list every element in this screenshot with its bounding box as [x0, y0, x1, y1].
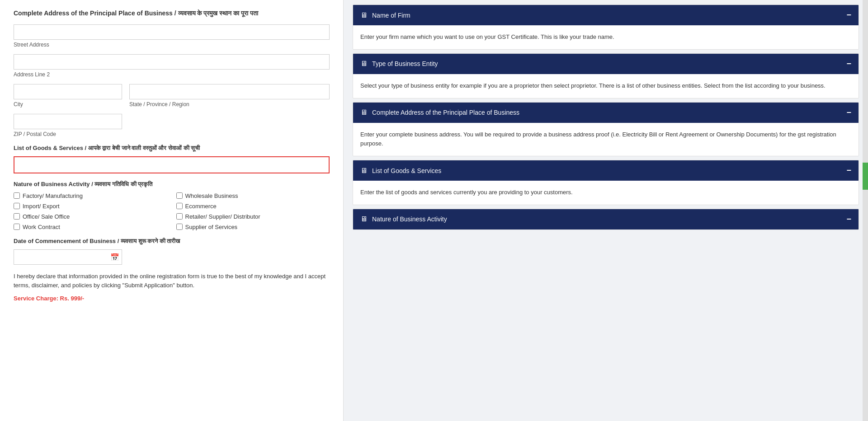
checkbox-supplier-label: Supplier of Services [185, 224, 238, 230]
checkbox-import-label: Import/ Export [23, 203, 60, 210]
checkbox-ecommerce-input[interactable] [176, 203, 183, 209]
accordion-header-list-goods[interactable]: 🖥 List of Goods & Services − [353, 160, 859, 181]
address-line2-label: Address Line 2 [14, 71, 330, 78]
goods-services-group: List of Goods & Services / आपके द्वारा ब… [14, 145, 330, 173]
accordion-title-nature-activity: Nature of Business Activity [372, 215, 447, 223]
state-group: State / Province / Region [129, 84, 330, 108]
accordion-complete-address: 🖥 Complete Address of the Principal Plac… [353, 102, 859, 157]
street-address-group: Street Address [14, 24, 330, 48]
street-address-input[interactable] [14, 24, 330, 40]
monitor-icon-name-of-firm: 🖥 [360, 11, 368, 19]
accordion-header-left-nature-activity: 🖥 Nature of Business Activity [360, 215, 447, 223]
scrollbar-thumb[interactable] [863, 163, 868, 190]
accordion-header-left-list-goods: 🖥 List of Goods & Services [360, 167, 441, 175]
city-state-row: City State / Province / Region [14, 84, 330, 108]
date-input-wrapper: 📅 [14, 249, 122, 265]
accordion-collapse-nature-activity[interactable]: − [846, 215, 851, 224]
state-input[interactable] [129, 84, 330, 99]
accordion-body-type-of-business: Select your type of business entity for … [353, 74, 859, 98]
checkbox-retailer[interactable]: Retailer/ Supplier/ Distributor [176, 213, 330, 220]
date-section-title: Date of Commencement of Business / व्यवस… [14, 238, 330, 245]
city-label: City [14, 101, 122, 108]
accordion-body-text-list-goods: Enter the list of goods and services cur… [360, 189, 573, 196]
accordion-header-left-type-of-business: 🖥 Type of Business Entity [360, 60, 438, 68]
checkbox-ecommerce[interactable]: Ecommerce [176, 203, 330, 210]
nature-business-group: Nature of Business Activity / व्यवसाय गत… [14, 181, 330, 230]
accordion-collapse-type-of-business[interactable]: − [846, 59, 851, 69]
declaration-text: I hereby declare that information provid… [14, 272, 330, 291]
zip-input[interactable] [14, 114, 122, 129]
accordion-name-of-firm: 🖥 Name of Firm − Enter your firm name wh… [353, 5, 859, 50]
monitor-icon-list-goods: 🖥 [360, 167, 368, 175]
checkbox-retailer-input[interactable] [176, 213, 183, 220]
checkbox-grid: Factory/ Manufacturing Wholesale Busines… [14, 192, 330, 230]
scrollbar-track [863, 0, 868, 421]
goods-services-input[interactable] [14, 156, 330, 173]
accordion-title-complete-address: Complete Address of the Principal Place … [372, 109, 519, 116]
accordion-body-text-name-of-firm: Enter your firm name which you want to u… [360, 33, 614, 40]
accordion-header-complete-address[interactable]: 🖥 Complete Address of the Principal Plac… [353, 103, 859, 123]
monitor-icon-type-of-business: 🖥 [360, 60, 368, 68]
monitor-icon-nature-activity: 🖥 [360, 215, 368, 223]
accordion-collapse-list-goods[interactable]: − [846, 166, 851, 175]
accordion-body-text-type-of-business: Select your type of business entity for … [360, 82, 826, 89]
checkbox-factory-input[interactable] [14, 192, 20, 199]
accordion-header-nature-activity[interactable]: 🖥 Nature of Business Activity − [353, 209, 859, 229]
checkbox-work-input[interactable] [14, 224, 20, 230]
zip-label: ZIP / Postal Code [14, 131, 330, 137]
checkbox-wholesale-input[interactable] [176, 192, 183, 199]
checkbox-retailer-label: Retailer/ Supplier/ Distributor [185, 213, 260, 220]
accordion-body-list-goods: Enter the list of goods and services cur… [353, 181, 859, 205]
service-charge-text: Service Charge: Rs. 999/- [14, 295, 330, 302]
accordion-type-of-business: 🖥 Type of Business Entity − Select your … [353, 53, 859, 98]
accordion-header-left-complete-address: 🖥 Complete Address of the Principal Plac… [360, 108, 519, 117]
checkbox-work[interactable]: Work Contract [14, 224, 167, 230]
date-input[interactable] [14, 249, 122, 265]
accordion-title-type-of-business: Type of Business Entity [372, 60, 438, 67]
declaration-group: I hereby declare that information provid… [14, 272, 330, 302]
city-input[interactable] [14, 84, 122, 99]
accordion-list-goods: 🖥 List of Goods & Services − Enter the l… [353, 160, 859, 205]
date-section: Date of Commencement of Business / व्यवस… [14, 238, 330, 265]
accordion-body-text-complete-address: Enter your complete business address. Yo… [360, 131, 836, 147]
checkbox-office[interactable]: Office/ Sale Office [14, 213, 167, 220]
accordion-title-list-goods: List of Goods & Services [372, 167, 441, 174]
right-panel: 🖥 Name of Firm − Enter your firm name wh… [344, 0, 868, 421]
accordion-header-type-of-business[interactable]: 🖥 Type of Business Entity − [353, 54, 859, 74]
checkbox-factory[interactable]: Factory/ Manufacturing [14, 192, 167, 199]
accordion-body-complete-address: Enter your complete business address. Yo… [353, 123, 859, 156]
accordion-title-name-of-firm: Name of Firm [372, 12, 410, 19]
accordion-header-name-of-firm[interactable]: 🖥 Name of Firm − [353, 5, 859, 25]
checkbox-import-input[interactable] [14, 203, 20, 209]
nature-title: Nature of Business Activity / व्यवसाय गत… [14, 181, 330, 188]
checkbox-wholesale-label: Wholesale Business [185, 192, 238, 199]
section-heading-group: Complete Address of the Principal Place … [14, 9, 330, 18]
section-heading: Complete Address of the Principal Place … [14, 9, 330, 18]
address-line2-input[interactable] [14, 54, 330, 70]
accordion-header-left-name-of-firm: 🖥 Name of Firm [360, 11, 410, 19]
checkbox-office-input[interactable] [14, 213, 20, 220]
left-panel: Complete Address of the Principal Place … [0, 0, 344, 421]
checkbox-wholesale[interactable]: Wholesale Business [176, 192, 330, 199]
checkbox-work-label: Work Contract [23, 224, 60, 230]
checkbox-ecommerce-label: Ecommerce [185, 203, 217, 210]
checkbox-import[interactable]: Import/ Export [14, 203, 167, 210]
accordion-nature-activity: 🖥 Nature of Business Activity − [353, 209, 859, 230]
goods-section-title: List of Goods & Services / आपके द्वारा ब… [14, 145, 330, 152]
checkbox-office-label: Office/ Sale Office [23, 213, 70, 220]
zip-group: ZIP / Postal Code [14, 114, 330, 137]
street-address-label: Street Address [14, 42, 330, 48]
calendar-icon[interactable]: 📅 [110, 253, 119, 261]
checkbox-supplier[interactable]: Supplier of Services [176, 224, 330, 230]
checkbox-factory-label: Factory/ Manufacturing [23, 192, 83, 199]
state-label: State / Province / Region [129, 101, 330, 108]
accordion-collapse-complete-address[interactable]: − [846, 108, 851, 117]
accordion-collapse-name-of-firm[interactable]: − [846, 10, 851, 20]
address-line2-group: Address Line 2 [14, 54, 330, 78]
checkbox-supplier-input[interactable] [176, 224, 183, 230]
accordion-body-name-of-firm: Enter your firm name which you want to u… [353, 25, 859, 49]
city-group: City [14, 84, 122, 108]
monitor-icon-complete-address: 🖥 [360, 108, 368, 117]
